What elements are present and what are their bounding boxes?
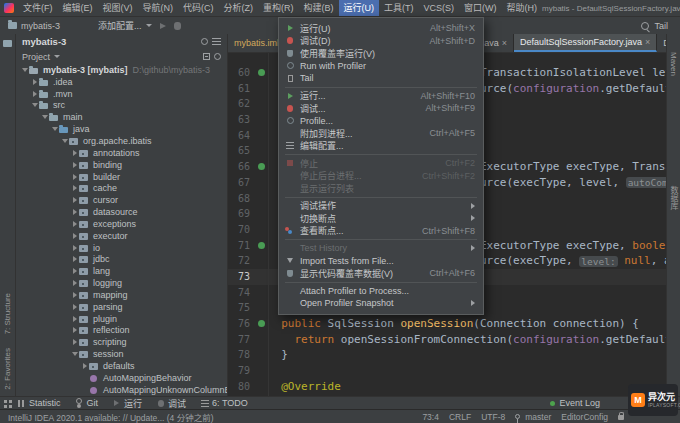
tree-item[interactable]: .mvn [16,88,227,100]
menubar-item[interactable]: 帮助(H) [502,0,543,16]
tree-item[interactable]: jdbc [16,254,227,266]
tree-item[interactable]: exceptions [16,218,227,230]
git-branch-widget[interactable]: master [515,412,551,422]
chevron-right-icon[interactable] [70,197,79,203]
chevron-right-icon[interactable] [70,221,79,227]
tree-item[interactable]: reflection [16,325,227,337]
run-button[interactable] [160,23,166,29]
override-marker-icon[interactable] [258,320,265,327]
toolwindow-button[interactable]: 6: TODO [200,398,248,408]
menu-item[interactable]: 调试...Alt+Shift+F9 [279,102,483,115]
tree-item[interactable]: builder [16,171,227,183]
tree-item[interactable]: scripting [16,336,227,348]
chevron-right-icon[interactable] [70,256,79,262]
tree-item[interactable]: org.apache.ibatis [16,135,227,147]
tree-item[interactable]: defaults [16,360,227,372]
chevron-right-icon[interactable] [70,327,79,333]
override-marker-icon[interactable] [258,242,265,249]
menubar-item[interactable]: 文件(F) [18,0,58,16]
tree-item[interactable]: mybatis-3 [mybatis]D:\github\mybatis-3 [16,64,227,76]
tree-item[interactable]: plugin [16,313,227,325]
chevron-right-icon[interactable] [70,162,79,168]
settings-gear-icon[interactable] [214,53,221,60]
menubar-item[interactable]: 视图(V) [98,0,138,16]
chevron-right-icon[interactable] [70,268,79,274]
menu-item[interactable]: Attach Profiler to Process... [279,285,483,298]
override-marker-icon[interactable] [258,69,265,76]
close-icon[interactable]: × [645,37,650,47]
tree-item[interactable]: cursor [16,194,227,206]
code-line[interactable]: 78 } [228,347,666,363]
navbar-project[interactable]: mybatis-3 [8,21,60,31]
menubar-item[interactable]: 代码(C) [178,0,219,16]
menubar-item[interactable]: 编辑(E) [58,0,98,16]
menu-item[interactable]: 显示代码覆盖率数据(V)Ctrl+Alt+F6 [279,267,483,280]
close-icon[interactable]: × [502,38,507,48]
menu-item[interactable]: Profile... [279,115,483,128]
chevron-right-icon[interactable] [70,150,79,156]
tree-item[interactable]: logging [16,277,227,289]
tree-item[interactable]: java [16,123,227,135]
caret-position-widget[interactable]: 73:4 [422,412,439,422]
menu-item[interactable]: 调试操作 [279,200,483,213]
debug-button[interactable] [174,22,181,30]
gear-icon[interactable] [201,38,208,45]
chevron-right-icon[interactable] [70,174,79,180]
tree-item[interactable]: lang [16,265,227,277]
menu-item[interactable]: 使用覆盖率运行(V) [279,47,483,60]
toolwindow-button[interactable]: Statistic [17,398,61,408]
chevron-right-icon[interactable] [30,91,39,97]
chevron-right-icon[interactable] [70,245,79,251]
menu-item[interactable]: 运行...Alt+Shift+F10 [279,90,483,103]
toolwindow-button-structure[interactable]: 7: Structure [3,293,12,334]
menubar-item[interactable]: 构建(B) [299,0,339,16]
editor-tab[interactable]: Del [657,34,666,52]
chevron-right-icon[interactable] [70,292,79,298]
toolwindow-button-favorites[interactable]: 2: Favorites [3,348,12,390]
line-separator-widget[interactable]: CRLF [449,412,471,422]
menubar-item[interactable]: VCS(S) [419,0,460,16]
menu-item[interactable]: Tail [279,72,483,85]
chevron-right-icon[interactable] [70,316,79,322]
tree-item[interactable]: io [16,242,227,254]
tree-item[interactable]: AutoMappingUnknownColumnBeh [16,384,227,396]
encoding-widget[interactable]: UTF-8 [481,412,505,422]
collapse-all-icon[interactable] [203,53,210,60]
chevron-right-icon[interactable] [70,304,79,310]
search-icon[interactable] [641,22,649,30]
tree-item[interactable]: parsing [16,301,227,313]
toolwindow-button[interactable]: 运行 [112,397,142,410]
run-config-select[interactable]: 添加配置... [98,19,152,32]
menubar-item[interactable]: 窗口(W) [459,0,502,16]
tree-item[interactable]: session [16,348,227,360]
tree-item[interactable]: AutoMappingBehavior [16,372,227,384]
toolwindow-button-database[interactable]: 数据库 [668,186,679,210]
menu-item[interactable]: 查看断点...Ctrl+Shift+F8 [279,225,483,238]
menu-item[interactable]: Run with Profiler [279,60,483,73]
hamburger-menu-icon[interactable] [212,38,221,45]
tree-item[interactable]: mapping [16,289,227,301]
project-toolwindow-icon[interactable] [3,40,12,47]
tree-item[interactable]: annotations [16,147,227,159]
menu-item[interactable]: 切换断点 [279,212,483,225]
toolwindow-switcher-icon[interactable] [4,400,7,403]
tree-item[interactable]: cache [16,182,227,194]
code-line[interactable]: 76 public SqlSession openSession(Connect… [228,316,666,332]
chevron-right-icon[interactable] [70,280,79,286]
project-view-mode[interactable]: Project [22,52,50,62]
chevron-right-icon[interactable] [80,363,89,369]
chevron-down-icon[interactable] [30,103,39,107]
menu-item[interactable]: 调试(D)Alt+Shift+D [279,35,483,48]
chevron-right-icon[interactable] [30,79,39,85]
editorconfig-widget[interactable]: EditorConfig [561,412,608,422]
menu-item[interactable]: 编辑配置... [279,140,483,153]
tree-item[interactable]: executor [16,230,227,242]
chevron-down-icon[interactable] [70,352,79,356]
chevron-down-icon[interactable] [20,68,29,72]
chevron-right-icon[interactable] [70,233,79,239]
code-line[interactable]: 80 @Override [228,379,666,395]
tail-toolbar-button[interactable]: Tail [654,21,668,31]
chevron-right-icon[interactable] [70,209,79,215]
tree-item[interactable]: datasource [16,206,227,218]
toolwindow-button[interactable]: 调试 [156,397,186,410]
